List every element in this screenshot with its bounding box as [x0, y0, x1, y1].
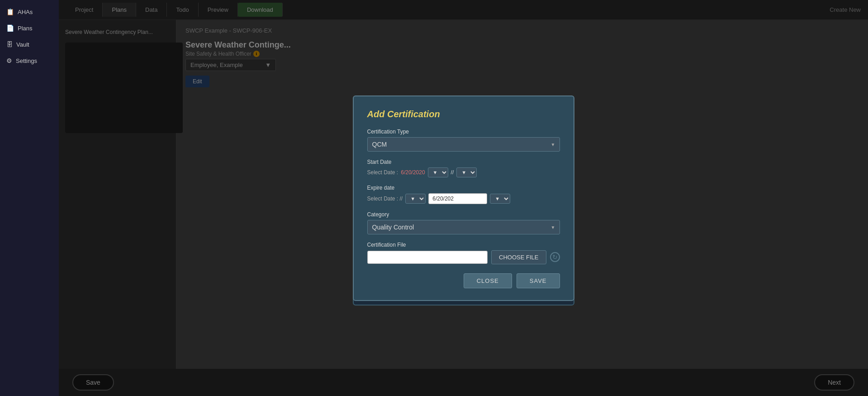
- save-dialog-button[interactable]: SAVE: [517, 273, 560, 288]
- ahas-icon: 📋: [6, 8, 14, 15]
- expire-date-label: Expire date: [367, 185, 560, 191]
- category-select[interactable]: Quality Control: [367, 220, 560, 234]
- dialog-title: Add Certification: [367, 109, 560, 119]
- sidebar-item-vault[interactable]: 🗄 Vault: [0, 36, 59, 52]
- dialog-footer: CLOSE SAVE: [367, 273, 560, 288]
- sidebar-item-plans[interactable]: 📄 Plans: [0, 20, 59, 36]
- add-certification-dialog: Add Certification Certification Type QCM…: [353, 95, 574, 301]
- refresh-icon[interactable]: ↻: [550, 252, 560, 262]
- start-date-value: 6/20/2020: [401, 169, 425, 176]
- sidebar-item-ahas[interactable]: 📋 AHAs: [0, 4, 59, 20]
- sidebar-label-plans: Plans: [18, 25, 33, 32]
- start-date-label: Start Date: [367, 159, 560, 165]
- cert-file-label: Certification File: [367, 242, 560, 248]
- start-date-prefix: Select Date :: [367, 169, 398, 176]
- expire-date-row: Select Date : // ▼ ▼: [367, 193, 560, 204]
- cert-type-label: Certification Type: [367, 129, 560, 135]
- cert-type-select-wrapper: QCM: [367, 137, 560, 152]
- sidebar-label-vault: Vault: [16, 41, 29, 48]
- cert-type-select[interactable]: QCM: [367, 137, 560, 152]
- settings-icon: ⚙: [6, 57, 12, 64]
- expire-date-prefix: Select Date : //: [367, 196, 403, 202]
- dialog-container: CLOSE SAVE Add Certification Certificati…: [353, 95, 574, 301]
- start-date-group: Start Date Select Date : 6/20/2020 ▼ // …: [367, 159, 560, 177]
- vault-icon: 🗄: [6, 41, 13, 48]
- cert-file-input[interactable]: [367, 251, 488, 264]
- sidebar: 📋 AHAs 📄 Plans 🗄 Vault ⚙ Settings: [0, 0, 59, 396]
- separator-slash: //: [451, 169, 454, 176]
- sidebar-item-settings[interactable]: ⚙ Settings: [0, 52, 59, 69]
- close-button[interactable]: CLOSE: [464, 273, 512, 288]
- plans-icon: 📄: [6, 24, 14, 32]
- file-row: CHOOSE FILE ↻: [367, 250, 560, 264]
- start-date-month-select[interactable]: ▼: [428, 167, 448, 177]
- modal-overlay: CLOSE SAVE Add Certification Certificati…: [59, 0, 868, 396]
- category-label: Category: [367, 211, 560, 218]
- sidebar-label-ahas: AHAs: [18, 9, 33, 15]
- start-date-day-select[interactable]: ▼: [456, 167, 477, 177]
- start-date-row: Select Date : 6/20/2020 ▼ // ▼: [367, 167, 560, 177]
- category-group: Category Quality Control: [367, 211, 560, 234]
- expire-date-year-select[interactable]: ▼: [490, 194, 510, 204]
- sidebar-label-settings: Settings: [16, 57, 37, 64]
- expire-date-group: Expire date Select Date : // ▼ ▼: [367, 185, 560, 204]
- category-select-wrapper: Quality Control: [367, 220, 560, 234]
- cert-file-group: Certification File CHOOSE FILE ↻: [367, 242, 560, 264]
- cert-type-group: Certification Type QCM: [367, 129, 560, 152]
- expire-date-select[interactable]: ▼: [405, 194, 426, 204]
- main-content: Project Plans Data Todo Preview Download…: [59, 0, 868, 396]
- expire-date-input[interactable]: [428, 193, 487, 204]
- choose-file-button[interactable]: CHOOSE FILE: [491, 250, 546, 264]
